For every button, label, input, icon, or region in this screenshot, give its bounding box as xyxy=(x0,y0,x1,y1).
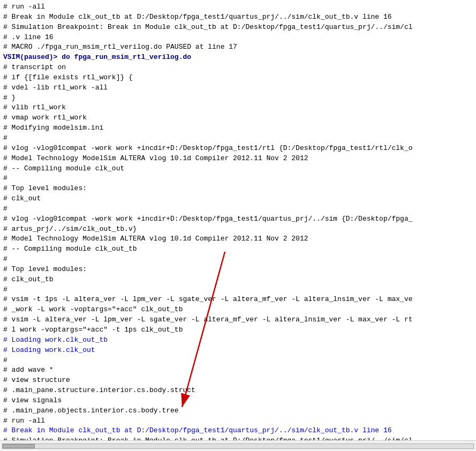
terminal-line: # Break in Module clk_out_tb at D:/Deskt… xyxy=(3,426,474,436)
terminal-line: # xyxy=(3,204,474,214)
terminal-line: # .main_pane.objects.interior.cs.body.tr… xyxy=(3,406,474,416)
terminal-line: # vlog -vlog01compat -work work +incdir+… xyxy=(3,214,474,224)
terminal-line: # vlib rtl_work xyxy=(3,103,474,113)
terminal-line: # Break in Module clk_out_tb at D:/Deskt… xyxy=(3,12,474,22)
terminal-line: # _work -L work -voptargs="+acc" clk_out… xyxy=(3,305,474,315)
terminal-line: # Loading work.clk_out_tb xyxy=(3,335,474,345)
terminal-line: # Top level modules: xyxy=(3,184,474,194)
terminal-line: # clk_out_tb xyxy=(3,275,474,285)
terminal-line: # run -all xyxy=(3,2,474,12)
terminal-output[interactable]: # run -all# Break in Module clk_out_tb a… xyxy=(0,0,476,440)
terminal-window: # run -all# Break in Module clk_out_tb a… xyxy=(0,0,476,451)
terminal-line: # if {[file exists rtl_work]} { xyxy=(3,73,474,83)
terminal-line: # vsim -t 1ps -L altera_ver -L lpm_ver -… xyxy=(3,295,474,305)
terminal-line: # l work -voptargs="+acc" -t 1ps clk_out… xyxy=(3,325,474,335)
terminal-line: # xyxy=(3,254,474,265)
terminal-line: # -- Compiling module clk_out xyxy=(3,164,474,174)
terminal-line: # Top level modules: xyxy=(3,265,474,275)
terminal-line: # Loading work.clk_out xyxy=(3,345,474,356)
terminal-line: # add wave * xyxy=(3,365,474,375)
terminal-line: # -- Compiling module clk_out_tb xyxy=(3,244,474,254)
terminal-line: # Model Technology ModelSim ALTERA vlog … xyxy=(3,234,474,244)
terminal-line: # Modifying modelsim.ini xyxy=(3,123,474,133)
terminal-line: # transcript on xyxy=(3,63,474,73)
terminal-line: # Simulation Breakpoint: Break in Module… xyxy=(3,436,474,440)
terminal-line: # } xyxy=(3,93,474,103)
terminal-line: # Simulation Breakpoint: Break in Module… xyxy=(3,22,474,33)
terminal-line: # view structure xyxy=(3,375,474,386)
horizontal-scrollbar[interactable] xyxy=(0,440,476,451)
terminal-line: # vmap work rtl_work xyxy=(3,113,474,123)
scrollbar-track[interactable] xyxy=(2,444,474,449)
terminal-line: # xyxy=(3,285,474,295)
terminal-line: # xyxy=(3,133,474,144)
terminal-line: # clk_out xyxy=(3,194,474,204)
terminal-line: # run -all xyxy=(3,416,474,426)
terminal-line: # view signals xyxy=(3,396,474,406)
terminal-line: # artus_prj/../sim/clk_out_tb.v} xyxy=(3,224,474,235)
terminal-line: # xyxy=(3,356,474,366)
terminal-line: # Model Technology ModelSim ALTERA vlog … xyxy=(3,154,474,164)
terminal-line: # vsim -L altera_ver -L lpm_ver -L sgate… xyxy=(3,315,474,325)
scrollbar-thumb[interactable] xyxy=(3,444,35,448)
terminal-line: VSIM(paused)> do fpga_run_msim_rtl_veril… xyxy=(3,52,474,63)
terminal-line: # .v line 16 xyxy=(3,33,474,43)
terminal-line: # xyxy=(3,174,474,184)
terminal-line: # MACRO ./fpga_run_msim_rtl_verilog.do P… xyxy=(3,42,474,52)
terminal-line: # vdel -lib rtl_work -all xyxy=(3,83,474,93)
terminal-line: # vlog -vlog01compat -work work +incdir+… xyxy=(3,144,474,154)
terminal-line: # .main_pane.structure.interior.cs.body.… xyxy=(3,386,474,396)
